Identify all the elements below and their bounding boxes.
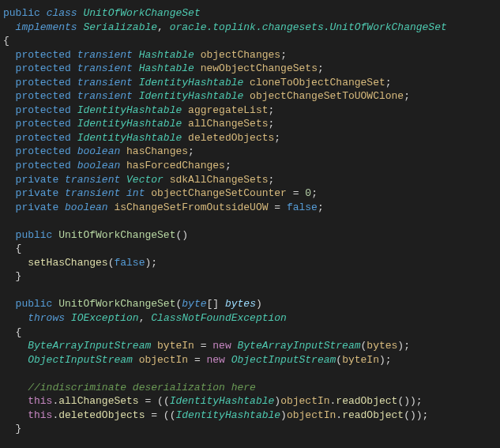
code-line: } [3,422,497,436]
code-line: protected boolean hasForcedChanges; [3,159,497,173]
field-name: newObjectChangeSets [201,62,318,74]
open-brace: { [3,35,9,47]
code-line: { [3,242,497,256]
field-name: objectChanges [201,49,280,61]
code-line: throws IOException, ClassNotFoundExcepti… [3,311,497,326]
code-line: setHasChanges(false); [3,256,497,270]
keyword-implements: implements [16,21,77,33]
method-call: setHasChanges [28,257,107,269]
code-line: protected transient IdentityHashtable ob… [3,89,497,104]
code-line: this.deletedObjects = ((IdentityHashtabl… [3,408,497,423]
code-line: private transient int objectChangeSetCou… [3,186,497,201]
constructor-name: UnitOfWorkChangeSet [58,229,175,241]
code-line: ObjectInputStream objectIn = new ObjectI… [3,353,497,367]
blank-line [3,367,497,381]
field-name: sdkAllChangeSets [170,174,269,186]
blank-line [3,214,497,228]
class-name: UnitOfWorkChangeSet [83,7,200,19]
constructor-name: UnitOfWorkChangeSet [58,298,175,310]
keyword-public: public [3,7,40,19]
code-block: public class UnitOfWorkChangeSet impleme… [3,6,497,436]
code-line: protected IdentityHashtable allChangeSet… [3,117,497,131]
code-line: { [3,326,497,340]
field-name: aggregateList [188,104,268,116]
interface-type: Serializable [83,21,157,33]
code-line: public UnitOfWorkChangeSet(byte[] bytes) [3,297,497,311]
code-line: ByteArrayInputStream byteIn = new ByteAr… [3,339,497,353]
field-name: deletedObjects [188,132,274,144]
blank-line [3,284,497,298]
code-line: implements Serializable, oracle.toplink.… [3,21,497,35]
keyword-class: class [47,7,77,19]
code-line: //indiscriminate deserialization here [3,381,497,395]
code-line: protected boolean hasChanges; [3,145,497,159]
field-name: hasForcedChanges [126,160,225,171]
code-line: protected transient IdentityHashtable cl… [3,76,497,90]
field-name: isChangeSetFromOutsideUOW [114,201,268,213]
code-line: { [3,34,497,48]
interface-type: oracle.toplink.changesets.UnitOfWorkChan… [170,21,447,33]
code-line: protected transient Hashtable newObjectC… [3,62,497,76]
code-line: this.allChangeSets = ((IdentityHashtable… [3,394,497,408]
field-name: objectChangeSetToUOWClone [250,90,404,102]
code-line: private boolean isChangeSetFromOutsideUO… [3,201,497,215]
code-line: public UnitOfWorkChangeSet() [3,228,497,243]
code-line: } [3,269,497,284]
param-name: bytes [225,298,256,310]
field-name: cloneToObjectChangeSet [250,77,385,88]
code-line: protected transient Hashtable objectChan… [3,48,497,62]
field-name: hasChanges [126,145,188,157]
code-line: public class UnitOfWorkChangeSet [3,6,497,21]
code-line: protected IdentityHashtable deletedObjec… [3,131,497,145]
field-name: allChangeSets [188,118,268,130]
code-line: protected IdentityHashtable aggregateLis… [3,104,497,118]
comment: //indiscriminate deserialization here [28,382,256,393]
field-name: objectChangeSetCounter [151,187,287,199]
code-line: private transient Vector sdkAllChangeSet… [3,173,497,187]
